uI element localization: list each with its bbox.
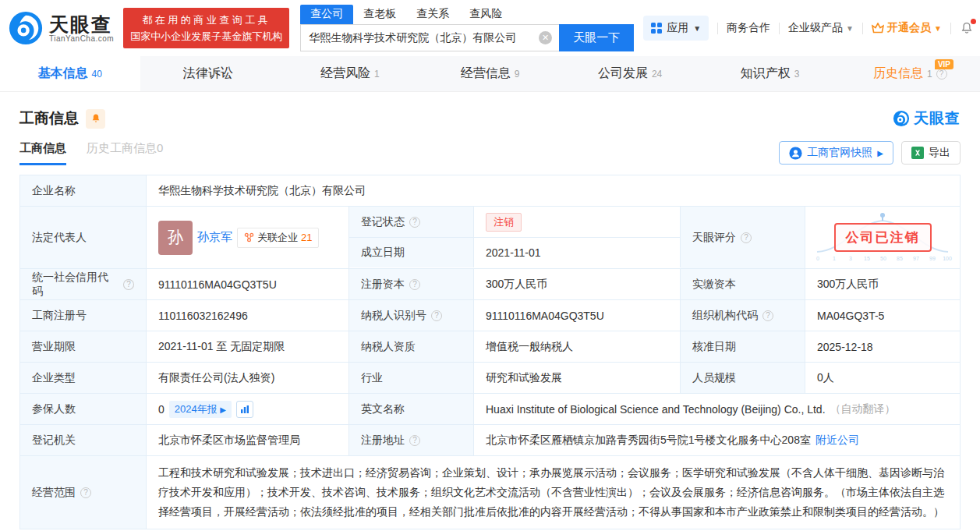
help-icon[interactable]: ? bbox=[762, 310, 773, 321]
org-code-value: MA04GQ3T-5 bbox=[805, 300, 960, 331]
help-icon[interactable]: ? bbox=[741, 232, 752, 243]
tab-basic-info[interactable]: 基本信息40 bbox=[0, 56, 140, 91]
help-icon[interactable]: ? bbox=[409, 217, 420, 228]
avatar[interactable]: 孙 bbox=[158, 221, 193, 255]
help-icon[interactable]: ? bbox=[409, 435, 420, 446]
annual-report-tag[interactable]: 2024年报 ▶ bbox=[169, 401, 232, 418]
header-nav: 应用 ▼ 商务合作 企业级产品 ▼ 开通会员 ▼ 超级风... ▼ bbox=[643, 16, 980, 41]
notifications-bell-icon[interactable] bbox=[960, 21, 974, 35]
tab-legal[interactable]: 法律诉讼 bbox=[140, 56, 281, 91]
svg-text:85: 85 bbox=[897, 256, 903, 261]
subtab-history-business-info[interactable]: 历史工商信息0 bbox=[87, 141, 163, 165]
official-snapshot-button[interactable]: 工商官网快照 ▶ bbox=[779, 141, 893, 165]
help-icon[interactable]: ? bbox=[123, 279, 134, 290]
establish-date-label: 成立日期 bbox=[349, 238, 474, 267]
help-icon[interactable]: ? bbox=[409, 279, 420, 290]
svg-text:3: 3 bbox=[849, 256, 852, 261]
company-type-label: 企业类型 bbox=[20, 363, 147, 393]
network-icon bbox=[244, 232, 254, 242]
business-scope-label: 经营范围? bbox=[20, 456, 147, 529]
vip-badge: VIP bbox=[935, 59, 953, 69]
search-box: 查公司 查老板 查关系 查风险 ✕ 天眼一下 bbox=[300, 5, 634, 51]
brand-name: 天眼查 bbox=[49, 14, 114, 34]
tab-history[interactable]: VIP 历史信息1 ? bbox=[840, 56, 980, 91]
table-row: 企业类型 有限责任公司(法人独资) 行业 研究和试验发展 人员规模 0人 bbox=[20, 362, 960, 393]
logo-swirl-icon bbox=[893, 110, 910, 127]
help-icon[interactable]: ? bbox=[80, 487, 91, 498]
related-companies-tag[interactable]: 关联企业 21 bbox=[237, 228, 319, 248]
svg-text:97: 97 bbox=[913, 256, 919, 261]
tab-operating-info[interactable]: 经营信息9 bbox=[420, 56, 561, 91]
help-icon[interactable]: ? bbox=[431, 310, 442, 321]
search-tab-boss[interactable]: 查老板 bbox=[353, 5, 406, 24]
taxpayer-id-label: 纳税人识别号? bbox=[349, 300, 474, 331]
taxpayer-quality-value: 增值税一般纳税人 bbox=[474, 331, 681, 362]
svg-text:100: 100 bbox=[943, 256, 952, 261]
reg-status-value: 注销 bbox=[474, 207, 681, 237]
nav-apps[interactable]: 应用 ▼ bbox=[643, 16, 709, 41]
registry-authority-value: 北京市怀柔区市场监督管理局 bbox=[147, 425, 349, 455]
nav-business[interactable]: 商务合作 bbox=[727, 21, 770, 35]
divider bbox=[862, 23, 863, 34]
notification-dot bbox=[971, 19, 976, 24]
export-button[interactable]: 导出 bbox=[901, 141, 961, 165]
tab-intellectual-property[interactable]: 知识产权3 bbox=[700, 56, 840, 91]
subtab-business-info[interactable]: 工商信息 bbox=[19, 141, 66, 165]
legal-rep-name-link[interactable]: 孙京军 bbox=[197, 230, 232, 245]
deregistered-stamp: 公司已注销 bbox=[834, 223, 932, 252]
paid-capital-value: 300万人民币 bbox=[805, 269, 960, 299]
paid-capital-label: 实缴资本 bbox=[681, 269, 805, 299]
apps-grid-icon bbox=[651, 23, 662, 34]
business-info-section: 工商信息 天眼查 工商信息 历史工商信息0 工商官网快照 bbox=[0, 108, 980, 531]
status-badge: 注销 bbox=[486, 213, 522, 232]
svg-text:1: 1 bbox=[833, 256, 836, 261]
search-tab-relation[interactable]: 查关系 bbox=[406, 5, 459, 24]
logo-swirl-icon bbox=[8, 10, 44, 46]
score-label: 天眼评分? bbox=[681, 207, 805, 268]
staff-size-value: 0人 bbox=[805, 363, 960, 393]
crown-icon bbox=[872, 23, 884, 34]
trend-chart-icon[interactable] bbox=[236, 401, 253, 418]
company-type-value: 有限责任公司(法人独资) bbox=[147, 363, 349, 393]
approval-date-label: 核准日期 bbox=[681, 331, 805, 362]
chevron-right-icon: ▶ bbox=[877, 149, 883, 158]
watermark-logo: 天眼查 bbox=[893, 108, 961, 129]
score-cell: 0 1 3 15 50 85 97 99 100 公司已注销 bbox=[805, 207, 960, 268]
table-row: 工商注册号 110116032162496 纳税人识别号? 91110116MA… bbox=[20, 299, 960, 331]
tab-operating-risk[interactable]: 经营风险1 bbox=[280, 56, 420, 91]
divider bbox=[779, 23, 780, 34]
insured-count-cell: 0 2024年报 ▶ bbox=[147, 394, 349, 424]
tab-development[interactable]: 公司发展24 bbox=[560, 56, 700, 91]
search-tab-company[interactable]: 查公司 bbox=[300, 5, 353, 24]
person-badge-icon bbox=[789, 147, 802, 160]
approval-date-value: 2025-12-18 bbox=[805, 331, 960, 362]
registration-no-value: 110116032162496 bbox=[147, 300, 349, 331]
business-info-table: 企业名称 华熙生物科学技术研究院（北京）有限公司 法定代表人 孙 孙京军 关联企… bbox=[19, 175, 961, 529]
nav-enterprise[interactable]: 企业级产品 ▼ bbox=[788, 21, 854, 35]
registered-capital-label: 注册资本? bbox=[349, 269, 474, 299]
search-tab-risk[interactable]: 查风险 bbox=[459, 5, 512, 24]
chevron-down-icon: ▼ bbox=[693, 24, 701, 33]
company-tabs: 基本信息40 法律诉讼 经营风险1 经营信息9 公司发展24 知识产权3 VIP… bbox=[0, 56, 980, 92]
credit-code-value: 91110116MA04GQ3T5U bbox=[147, 269, 349, 299]
establish-date-value: 2021-11-01 bbox=[474, 238, 681, 267]
chevron-down-icon: ▼ bbox=[934, 24, 942, 33]
search-button[interactable]: 天眼一下 bbox=[559, 24, 634, 51]
english-name-value: Huaxi Institute of Biological Science an… bbox=[474, 394, 960, 424]
nearby-companies-link[interactable]: 附近公司 bbox=[815, 434, 859, 448]
business-term-label: 营业期限 bbox=[20, 331, 147, 362]
registered-address-label: 注册地址? bbox=[349, 425, 474, 455]
search-input[interactable] bbox=[300, 24, 559, 51]
subscribe-bell-icon[interactable] bbox=[86, 109, 105, 129]
svg-text:50: 50 bbox=[880, 256, 886, 261]
nav-vip[interactable]: 开通会员 ▼ bbox=[872, 21, 942, 35]
brand-domain: TianYanCha.com bbox=[49, 34, 114, 43]
registration-no-label: 工商注册号 bbox=[20, 300, 147, 331]
tianyancha-logo[interactable]: 天眼查 TianYanCha.com bbox=[8, 10, 114, 46]
registered-capital-value: 300万人民币 bbox=[474, 269, 681, 299]
credit-code-label: 统一社会信用代码? bbox=[20, 269, 147, 299]
help-icon[interactable]: ? bbox=[936, 69, 947, 80]
business-scope-value: 工程和技术研究和试验发展；技术进出口；经济贸易咨询；企业策划、设计；承办展览展示… bbox=[147, 456, 960, 529]
header: 天眼查 TianYanCha.com 都在用的商业查询工具 国家中小企业发展子基… bbox=[0, 0, 980, 56]
business-term-value: 2021-11-01 至 无固定期限 bbox=[147, 331, 349, 362]
